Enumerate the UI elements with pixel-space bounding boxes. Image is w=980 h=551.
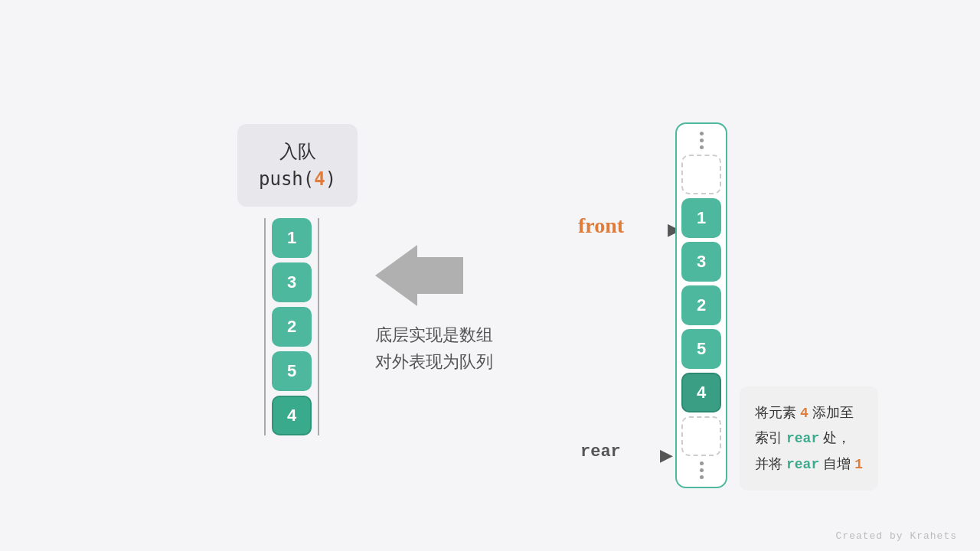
description-text: 底层实现是数组 对外表现为队列 bbox=[375, 321, 493, 375]
annotation-text5: 并将 bbox=[755, 456, 786, 471]
annotation-code2: rear bbox=[786, 457, 819, 472]
annotation-code1: rear bbox=[786, 431, 819, 446]
right-queue: 1 3 2 5 4 bbox=[675, 122, 727, 488]
annotation-box: 将元素 4 添加至 索引 rear 处， 并将 rear 自增 1 bbox=[740, 386, 878, 491]
queue-cell-empty-top bbox=[681, 155, 721, 194]
annotation-text1: 将元素 bbox=[755, 405, 800, 420]
description-line2: 对外表现为队列 bbox=[375, 348, 493, 375]
queue-cell-3: 3 bbox=[681, 242, 721, 282]
arrow-container bbox=[375, 245, 417, 306]
push-code-suffix: ) bbox=[325, 168, 336, 190]
stack-cell-0: 1 bbox=[272, 218, 312, 258]
top-dots-icon bbox=[700, 130, 704, 151]
push-box-code: push(4) bbox=[259, 168, 336, 190]
rear-label: rear bbox=[580, 442, 621, 461]
queue-cell-2: 2 bbox=[681, 285, 721, 325]
stack-cell-4: 4 bbox=[272, 396, 312, 435]
queue-cell-4: 4 bbox=[681, 373, 721, 412]
queue-cell-5: 5 bbox=[681, 329, 721, 369]
annotation-num: 4 bbox=[800, 406, 808, 421]
stack-cell-2: 2 bbox=[272, 307, 312, 347]
description-line1: 底层实现是数组 bbox=[375, 321, 493, 348]
left-stack: 1 3 2 5 4 bbox=[264, 218, 319, 435]
annotation-text6: 自增 bbox=[819, 456, 854, 471]
queue-cell-empty-bottom bbox=[681, 416, 721, 456]
creator-text: Created by Krahets bbox=[836, 530, 957, 542]
push-box: 入队 push(4) bbox=[237, 124, 358, 207]
push-box-title: 入队 bbox=[259, 138, 336, 165]
stack-cell-1: 3 bbox=[272, 262, 312, 302]
queue-cell-1: 1 bbox=[681, 198, 721, 238]
rear-arrow-icon: ▶ bbox=[660, 445, 673, 465]
arrow-body bbox=[417, 257, 463, 294]
bottom-dots-icon bbox=[700, 460, 704, 481]
stack-cell-3: 5 bbox=[272, 351, 312, 391]
annotation-text3: 索引 bbox=[755, 430, 786, 445]
annotation-num2: 1 bbox=[854, 457, 863, 472]
annotation-text4: 处， bbox=[819, 430, 851, 445]
front-label: front bbox=[578, 214, 624, 238]
arrow-left-icon bbox=[375, 245, 417, 306]
push-code-prefix: push( bbox=[259, 168, 314, 190]
annotation-text2: 添加至 bbox=[808, 405, 854, 420]
push-code-value: 4 bbox=[314, 168, 325, 190]
